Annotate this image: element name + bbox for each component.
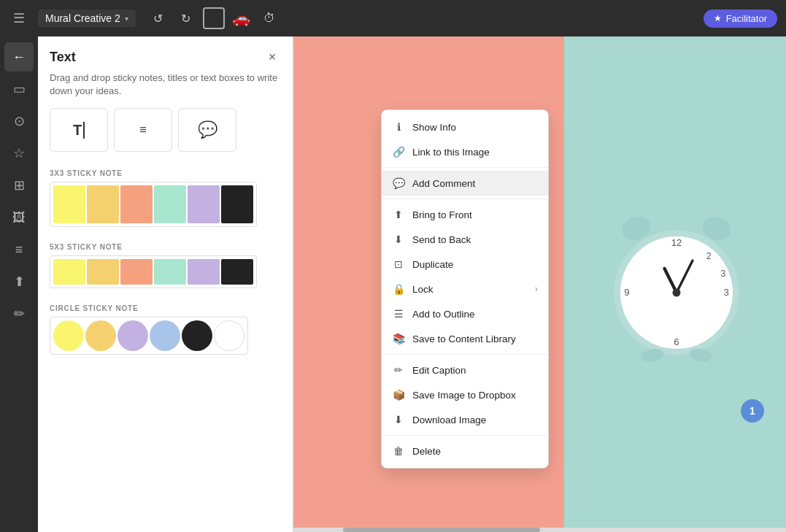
- svg-text:12: 12: [671, 237, 682, 248]
- 5x3-sticky-container[interactable]: [50, 255, 257, 288]
- clock-illustration: 12 6 9 3 2 3: [604, 204, 750, 365]
- sticky5-black[interactable]: [221, 259, 253, 285]
- facilitator-label: Facilitator: [726, 13, 767, 24]
- menu-item-edit-caption[interactable]: ✏ Edit Caption: [382, 358, 548, 382]
- main-layout: ← ▭ ⊙ ☆ ⊞ 🖼 ≡ ⬆ ✏ Text × Drag and drop s…: [0, 36, 786, 532]
- title-area[interactable]: Mural Creative 2 ▾: [38, 9, 136, 27]
- menu-item-save-to-content[interactable]: 📚 Save to Content Library: [382, 326, 548, 351]
- add-comment-label: Add Comment: [412, 178, 475, 189]
- svg-text:9: 9: [624, 287, 629, 298]
- facilitator-star-icon: ★: [714, 13, 722, 23]
- comment-icon: 💬: [392, 177, 405, 189]
- info-icon: ℹ: [392, 121, 405, 133]
- svg-text:2: 2: [706, 250, 712, 261]
- menu-item-bring-to-front[interactable]: ⬆ Bring to Front: [382, 202, 548, 227]
- separator-4: [382, 435, 548, 436]
- sidebar-item-photo[interactable]: 🖼: [4, 203, 34, 232]
- 3x3-sticky-container[interactable]: [50, 182, 257, 227]
- text-tools-row: T ≡ 💬: [38, 108, 293, 163]
- sticky5-yellow[interactable]: [53, 259, 85, 285]
- nav-icon[interactable]: ☰: [9, 8, 29, 28]
- circle-blue[interactable]: [150, 320, 180, 351]
- delete-label: Delete: [412, 446, 441, 457]
- share-icon[interactable]: 🚗: [231, 7, 253, 29]
- menu-item-download-image[interactable]: ⬇ Download Image: [382, 407, 548, 432]
- lock-arrow-icon: ›: [535, 284, 538, 294]
- sticky-yellow[interactable]: [53, 185, 85, 223]
- sticky5-green[interactable]: [154, 259, 186, 285]
- sticky5-orange[interactable]: [87, 259, 119, 285]
- sidebar-item-star[interactable]: ☆: [4, 139, 34, 168]
- circle-sticky-row: [38, 317, 293, 365]
- text-tool[interactable]: ≡: [114, 108, 172, 152]
- menu-item-duplicate[interactable]: ⊡ Duplicate: [382, 252, 548, 277]
- svg-text:6: 6: [674, 336, 679, 347]
- sticky-salmon[interactable]: [120, 185, 153, 223]
- duplicate-icon: ⊡: [392, 258, 405, 270]
- context-menu: ℹ Show Info 🔗 Link to this Image 💬 Add C…: [381, 109, 549, 469]
- sidebar-item-grid[interactable]: ⊞: [4, 171, 34, 200]
- menu-item-lock[interactable]: 🔒 Lock ›: [382, 277, 548, 301]
- lock-icon: 🔒: [392, 283, 405, 295]
- mural-title: Mural Creative 2: [45, 12, 120, 24]
- separator-3: [382, 354, 548, 355]
- save-dropbox-label: Save Image to Dropbox: [412, 390, 516, 401]
- sidebar-item-library[interactable]: ≡: [4, 235, 34, 264]
- sidebar-item-image[interactable]: ⊙: [4, 107, 34, 136]
- send-back-icon: ⬇: [392, 234, 405, 245]
- circle-black[interactable]: [182, 320, 212, 351]
- title-chevron: ▾: [125, 15, 128, 23]
- circle-sticky-container[interactable]: [50, 317, 248, 355]
- sticky-black[interactable]: [221, 185, 253, 223]
- show-info-label: Show Info: [412, 122, 456, 133]
- link-to-image-label: Link to this Image: [412, 147, 490, 158]
- comment-count: 1: [750, 405, 755, 417]
- panel-close-button[interactable]: ×: [263, 48, 281, 66]
- circle-label: CIRCLE STICKY NOTE: [38, 298, 293, 317]
- menu-item-send-to-back[interactable]: ⬇ Send to Back: [382, 227, 548, 252]
- sidebar-item-pen[interactable]: ✏: [4, 299, 34, 328]
- download-icon: ⬇: [392, 414, 405, 425]
- canvas-area[interactable]: 12 6 9 3 2 3 1: [293, 36, 786, 532]
- frame-button[interactable]: [203, 7, 225, 29]
- left-panel: Text × Drag and drop sticky notes, title…: [38, 36, 293, 532]
- redo-button[interactable]: ↻: [175, 7, 197, 29]
- bring-front-icon: ⬆: [392, 209, 405, 220]
- download-image-label: Download Image: [412, 415, 486, 425]
- sticky-purple[interactable]: [188, 185, 220, 223]
- add-to-outline-label: Add to Outline: [412, 309, 475, 320]
- circle-orange[interactable]: [85, 320, 116, 351]
- undo-button[interactable]: ↺: [147, 7, 169, 29]
- sidebar-item-back[interactable]: ←: [4, 42, 34, 72]
- circle-purple[interactable]: [117, 320, 148, 351]
- menu-item-show-info[interactable]: ℹ Show Info: [382, 115, 548, 139]
- clock-svg: 12 6 9 3 2 3: [604, 204, 750, 365]
- facilitator-button[interactable]: ★ Facilitator: [704, 9, 777, 28]
- timer-icon[interactable]: ⏱: [258, 7, 280, 29]
- canvas-scrollbar[interactable]: [293, 528, 786, 532]
- svg-text:3: 3: [724, 287, 729, 298]
- sidebar-item-sticky[interactable]: ▭: [4, 74, 34, 104]
- 5x3-sticky-row: [38, 255, 293, 298]
- 3x3-label: 3x3 STICKY NOTE: [38, 163, 293, 182]
- topbar-actions: ↺ ↻ 🚗 ⏱: [147, 7, 280, 29]
- menu-item-save-dropbox[interactable]: 📦 Save Image to Dropbox: [382, 382, 548, 407]
- edit-caption-label: Edit Caption: [412, 365, 466, 376]
- canvas-scrollbar-thumb[interactable]: [343, 528, 540, 532]
- circle-yellow[interactable]: [53, 320, 84, 351]
- outline-icon: ☰: [392, 308, 405, 320]
- sticky5-purple[interactable]: [188, 259, 220, 285]
- sticky-green[interactable]: [154, 185, 186, 223]
- comment-badge[interactable]: 1: [741, 399, 764, 423]
- menu-item-delete[interactable]: 🗑 Delete: [382, 439, 548, 463]
- circle-white[interactable]: [214, 320, 244, 351]
- menu-item-link-to-image[interactable]: 🔗 Link to this Image: [382, 139, 548, 164]
- menu-item-add-comment[interactable]: 💬 Add Comment: [382, 171, 548, 196]
- menu-item-add-to-outline[interactable]: ☰ Add to Outline: [382, 301, 548, 326]
- comment-tool[interactable]: 💬: [178, 108, 236, 152]
- sticky-orange[interactable]: [87, 185, 119, 223]
- sidebar-item-export[interactable]: ⬆: [4, 267, 34, 296]
- title-tool[interactable]: T: [50, 108, 108, 152]
- sticky5-salmon[interactable]: [120, 259, 153, 285]
- duplicate-label: Duplicate: [412, 259, 453, 270]
